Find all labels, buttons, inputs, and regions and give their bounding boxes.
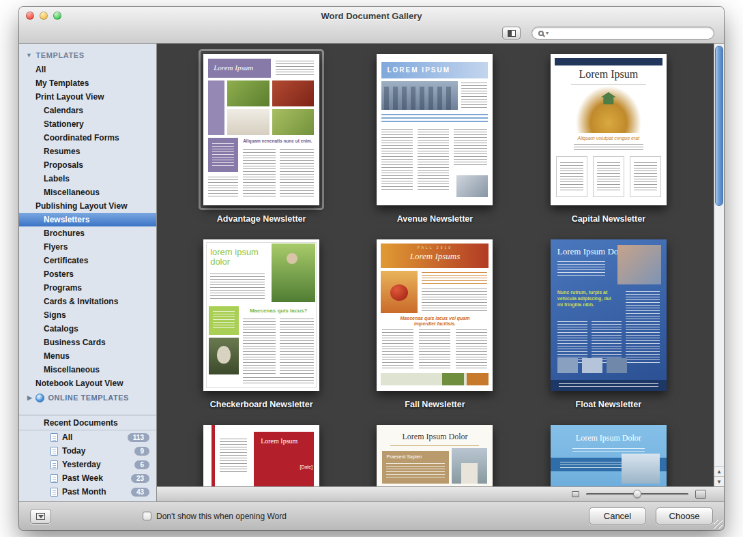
count-badge: 113 [128,433,149,442]
recent-item-label: Past Week [62,473,127,483]
document-icon [50,488,58,497]
sidebar-item-resumes[interactable]: Resumes [19,145,156,158]
zoom-out-thumbnail-icon[interactable] [572,491,579,497]
sidebar-toggle-button[interactable] [502,27,521,40]
search-field[interactable]: ▾ [531,27,714,40]
count-badge: 9 [134,447,149,456]
template-grid: Lorem Ipsum Aliquam venenatis nunc ut en… [157,44,724,486]
sidebar-item-online-templates[interactable]: ▶ ONLINE TEMPLATES [19,390,156,405]
bottom-bar: Don't show this when opening Word Cancel… [19,501,724,530]
thumb-subtitle: Maecenas quis lacus? [243,308,314,314]
template-cell-row3-3[interactable]: Lorem Ipsum Dolor [546,420,671,486]
sidebar-item-print-layout-view[interactable]: Print Layout View [19,90,156,104]
sidebar-item-brochures[interactable]: Brochures [19,226,156,240]
thumb-spacer: Lorem Ipsum Dolor Praesent Sapien [372,420,497,486]
cancel-button[interactable]: Cancel [589,507,646,525]
template-thumbnail[interactable]: Lorem Ipsum Dolor [551,425,667,486]
window-body: ▼ TEMPLATES All My Templates Print Layou… [19,44,724,501]
thumb-title: Lorem Ipsum [254,432,314,445]
sidebar-item-catalogs[interactable]: Catalogs [19,322,156,336]
sidebar-item-coordinated-forms[interactable]: Coordinated Forms [19,131,156,145]
sidebar-item-labels[interactable]: Labels [19,172,156,186]
text-lines [574,144,643,152]
titlebar[interactable]: Word Document Gallery [19,7,724,25]
header-band [555,58,662,65]
dont-show-option[interactable]: Don't show this when opening Word [143,512,287,521]
search-menu-chevron-icon[interactable]: ▾ [546,31,549,36]
template-thumbnail[interactable]: Lorem Ipsum Dolor Nunc rutrum, turpis at… [551,239,667,391]
template-thumbnail[interactable]: lorem ipsum dolor Maecenas quis lacus? [203,239,319,391]
template-thumbnail[interactable]: FALL 2010 Lorem Ipsums Maecenas quis lac… [377,239,493,391]
sidebar-item-proposals[interactable]: Proposals [19,158,156,172]
zoom-slider-thumb[interactable] [633,490,641,498]
zoom-in-thumbnail-icon[interactable] [695,490,706,499]
template-label: Capital Newsletter [572,214,645,225]
recent-item-past-week[interactable]: Past Week 23 [19,471,156,485]
zoom-button[interactable] [53,12,61,20]
sidebar-item-publishing-layout-view[interactable]: Publishing Layout View [19,199,156,213]
template-cell-avenue[interactable]: LOREM IPSUM Avenue Newsletter [372,49,497,225]
template-thumbnail[interactable]: Lorem Ipsum Aliquam venenatis nunc ut en… [203,54,319,205]
window-header: Word Document Gallery ▾ [19,7,724,44]
zoom-bar [157,486,724,501]
sidebar-item-newsletters[interactable]: Newsletters [19,213,156,226]
sidebar-item-flyers[interactable]: Flyers [19,240,156,254]
template-cell-float[interactable]: Lorem Ipsum Dolor Nunc rutrum, turpis at… [546,235,671,411]
text-lines [592,321,622,364]
template-thumbnail[interactable]: Lorem Ipsum Dolor Praesent Sapien [377,425,493,486]
scroll-down-button[interactable]: ▼ [714,476,724,486]
recent-item-yesterday[interactable]: Yesterday 6 [19,458,156,471]
template-cell-advantage[interactable]: Lorem Ipsum Aliquam venenatis nunc ut en… [199,49,324,225]
template-label: Float Newsletter [576,400,642,411]
disclosure-triangle-icon[interactable]: ▼ [26,48,33,63]
sidebar-item-stationery[interactable]: Stationery [19,117,156,131]
search-input[interactable] [551,29,708,38]
sidebar-item-signs[interactable]: Signs [19,308,156,322]
choose-button[interactable]: Choose [656,507,713,525]
text-lines [213,311,235,330]
sidebar-item-miscellaneous-publishing[interactable]: Miscellaneous [19,363,156,377]
text-lines [212,143,234,166]
template-cell-row3-2[interactable]: Lorem Ipsum Dolor Praesent Sapien [372,420,497,486]
thumb-title: Lorem Ipsum [214,63,253,72]
sidebar-item-calendars[interactable]: Calendars [19,104,156,117]
zoom-slider[interactable] [586,493,688,495]
word-document-gallery-window: Word Document Gallery ▾ ▼ TEMPLATES All [19,7,724,530]
count-badge: 43 [131,488,149,497]
templates-section-header[interactable]: ▼ TEMPLATES [19,48,156,63]
scrollbar-thumb[interactable] [715,46,723,206]
sidebar-item-programs[interactable]: Programs [19,281,156,295]
thumb-spacer: Lorem Ipsum Aliquam volutpat congue erat [546,49,671,210]
template-cell-row3-1[interactable]: Lorem Ipsum [Date] [199,420,324,486]
disclosure-triangle-closed-icon[interactable]: ▶ [27,390,32,405]
close-button[interactable] [26,12,34,20]
template-cell-capital[interactable]: Lorem Ipsum Aliquam volutpat congue erat… [546,49,671,225]
minimize-button[interactable] [40,12,48,20]
sidebar-item-my-templates[interactable]: My Templates [19,76,156,90]
recent-item-past-month[interactable]: Past Month 43 [19,485,156,499]
sidebar-item-posters[interactable]: Posters [19,267,156,281]
sidebar-item-notebook-layout-view[interactable]: Notebook Layout View [19,377,156,390]
resize-grip[interactable] [714,520,723,529]
template-thumbnail[interactable]: Lorem Ipsum [Date] [203,425,319,486]
template-thumbnail[interactable]: Lorem Ipsum Aliquam volutpat congue erat [551,54,667,205]
template-cell-checkerboard[interactable]: lorem ipsum dolor Maecenas quis lacus? C… [199,235,324,411]
text-lines [634,162,657,192]
sidebar-item-all[interactable]: All [19,63,156,76]
text-lines [597,162,620,192]
template-thumbnail[interactable]: LOREM IPSUM [377,54,493,205]
sidebar-item-business-cards[interactable]: Business Cards [19,336,156,349]
vertical-scrollbar[interactable]: ▲ ▼ [714,44,724,486]
traffic-lights [26,12,61,20]
sidebar-item-certificates[interactable]: Certificates [19,254,156,267]
recent-item-all[interactable]: All 113 [19,430,156,444]
sidebar-item-miscellaneous-print[interactable]: Miscellaneous [19,186,156,199]
dont-show-checkbox[interactable] [143,512,151,520]
recent-item-today[interactable]: Today 9 [19,444,156,458]
toolbar-disclosure-button[interactable] [30,509,51,524]
sidebar-item-cards-invitations[interactable]: Cards & Invitations [19,295,156,308]
sidebar-item-menus[interactable]: Menus [19,349,156,363]
text-lines [419,329,450,370]
scroll-up-button[interactable]: ▲ [714,466,724,476]
template-cell-fall[interactable]: FALL 2010 Lorem Ipsums Maecenas quis lac… [372,235,497,411]
